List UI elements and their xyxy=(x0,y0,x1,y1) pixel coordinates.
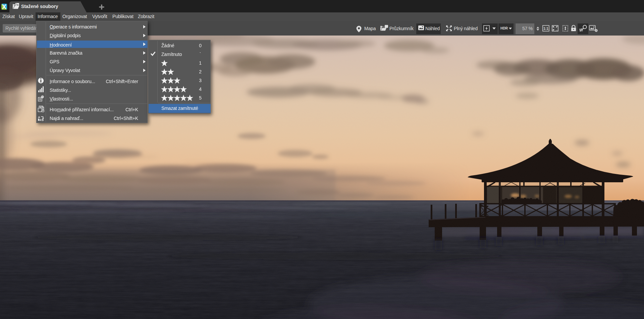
svg-text:1:1: 1:1 xyxy=(543,27,548,30)
